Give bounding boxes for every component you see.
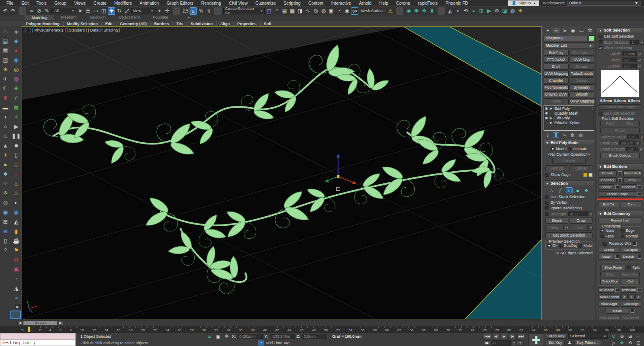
zoom-icon[interactable]: ⊙ [610, 333, 618, 340]
zebra-icon[interactable]: ◐ [12, 198, 21, 207]
help-circle-icon[interactable]: ? [1, 246, 10, 254]
sun-icon[interactable]: ☀ [1, 151, 10, 159]
planar-z-button[interactable]: Z [635, 294, 641, 300]
blur-button[interactable]: Blur [621, 121, 640, 126]
clock-wave-icon[interactable]: ◔ [12, 274, 21, 283]
slice-button[interactable]: Slice [600, 272, 619, 277]
create-shape-button[interactable]: Create Shape [599, 191, 636, 197]
extrude-settings-box[interactable] [618, 171, 622, 175]
align-icon[interactable]: ≡ [273, 7, 280, 15]
render-preview-icon[interactable]: ▤ [1, 36, 10, 45]
collapse-button[interactable]: Collapse [621, 247, 641, 253]
modifier-preset-button[interactable]: Shell [544, 64, 569, 70]
scatter-tool-icon[interactable]: ❖ [421, 7, 428, 15]
modifier-preset-button[interactable]: FFD 2x2x2 [544, 57, 569, 63]
grid-green-icon[interactable]: ▦ [12, 103, 21, 112]
modifier-preset-button[interactable]: Unwrap UVW [544, 91, 569, 97]
select-and-rotate-icon[interactable]: ↻ [116, 7, 123, 15]
menu-item[interactable]: Content [304, 1, 327, 6]
selection-value-field[interactable]: 1,0 [627, 135, 639, 139]
turn-button[interactable]: Turn [621, 202, 641, 207]
object-color-swatch[interactable] [589, 35, 594, 41]
stack-row[interactable]: ◉ ▶ Edit Poly ⟟ [544, 106, 594, 111]
pin-stack-icon[interactable]: ⟟ [544, 132, 551, 138]
pause-icon[interactable]: ❚❚ [12, 131, 21, 140]
frame-spinner[interactable]: ▲▼ [512, 340, 515, 345]
preview-multi-radio[interactable] [578, 244, 582, 248]
by-angle-checkbox[interactable] [545, 212, 549, 216]
ribbon-section[interactable]: Soft [261, 22, 276, 26]
menu-item[interactable]: Scripting [280, 1, 304, 6]
teapot-icon[interactable]: ♨ [1, 27, 10, 35]
pan-icon[interactable]: ✥ [618, 340, 626, 346]
display-tab-icon[interactable]: ▭ [578, 28, 585, 33]
fire2-icon[interactable]: ♨ [12, 170, 21, 178]
snaps-toggle-icon[interactable]: 2,5 [182, 7, 189, 15]
select-and-manipulate-icon[interactable]: ✛ [164, 7, 171, 15]
shrink-button[interactable]: Shrink [545, 218, 568, 224]
percent-snap-icon[interactable]: % [197, 7, 205, 15]
loop-button[interactable]: Loop [570, 225, 588, 231]
menu-item[interactable]: Animation [136, 1, 163, 6]
key-mode-toggle-icon[interactable]: ◀▶ [483, 340, 490, 346]
undo-icon[interactable]: ↶ [2, 7, 9, 15]
go-to-start-button[interactable]: |◀◀ [483, 334, 491, 339]
commit-button[interactable]: Commit [552, 158, 585, 164]
ribbon-tab[interactable]: Object Paint [113, 15, 146, 20]
cage-color-swatch[interactable] [583, 173, 587, 177]
insert-vertex-button[interactable]: Insert Vertex [623, 170, 641, 176]
phone-icon[interactable]: ▯ [1, 236, 10, 245]
edge-distance-spinner[interactable]: ▲▼ [640, 40, 644, 45]
ribbon-section[interactable]: Polygon Modeling [23, 22, 64, 26]
modifier-preset-button[interactable]: FloorGenerator [544, 84, 569, 90]
menu-item[interactable]: File [3, 1, 17, 6]
falloff-spinner[interactable]: ▲▼ [638, 51, 641, 56]
border-mode-icon[interactable]: ◗ [566, 187, 573, 193]
cone-icon[interactable]: ▲ [1, 141, 10, 150]
fire4-icon[interactable]: ♨ [12, 189, 21, 197]
edge-distance-checkbox[interactable] [599, 40, 602, 44]
qr-render-icon[interactable]: QR [351, 7, 358, 15]
visibility-eye-icon[interactable]: ◉ [545, 111, 549, 115]
absolute-mode-icon[interactable]: ✥ [223, 333, 230, 339]
falloff-field[interactable]: 6,5mm [622, 51, 637, 56]
sphere-icon[interactable]: ● [1, 160, 10, 169]
ribbon-section[interactable]: Align [217, 22, 234, 26]
ribbon-section[interactable]: Subdivision [187, 22, 217, 26]
repeat-last-button[interactable]: Repeat Last [599, 218, 641, 223]
edge-distance-field[interactable]: 1 [630, 40, 639, 45]
key-icon[interactable]: ✧ [517, 340, 524, 346]
sign-in-button[interactable]: 👤 Sign In ▼ [508, 0, 539, 6]
render-icon[interactable]: ◉ [343, 7, 351, 15]
add-time-tag[interactable]: ◔ Add Time Tag [258, 340, 290, 346]
edit-tri-button[interactable]: Edit Tri. [599, 202, 619, 207]
spinner-snap-icon[interactable]: ⇅ [205, 7, 213, 15]
ribbon-section[interactable]: Modify Selection [64, 22, 102, 26]
stop-icon[interactable]: ■ [12, 141, 21, 150]
sea-icon[interactable]: ≈ [12, 293, 21, 302]
dome-icon[interactable]: ◖ [1, 112, 10, 121]
viewport-label[interactable]: [ + ] [ PhysCamera001 ] [ Standard ] [ D… [25, 28, 120, 32]
rollout-header[interactable]: ▼Edit Poly Mode [544, 140, 594, 145]
brush-icon[interactable]: ✑ [1, 179, 10, 188]
active-tool-slot[interactable] [10, 311, 21, 319]
menu-item[interactable]: rapidTools [414, 1, 442, 6]
menu-item[interactable]: Interactive [327, 1, 355, 6]
measure-tool-icon[interactable]: ◭ [447, 7, 454, 15]
selection-filter-dropdown[interactable]: All▼ [51, 8, 76, 14]
modifier-preset-button[interactable]: Extrude [570, 64, 595, 70]
texture-tiles-icon[interactable]: ⊞ [1, 217, 10, 226]
cube-gray-icon[interactable]: ◈ [12, 27, 21, 35]
schematic-view-icon[interactable]: ⧉ [312, 7, 319, 15]
select-and-link-icon[interactable]: ∞ [28, 7, 35, 15]
modifier-preset-button[interactable]: UVW Mapping Clear [570, 98, 595, 104]
redo-icon[interactable]: ↷ [10, 7, 17, 15]
selection-lock-icon[interactable]: ▣ [215, 333, 222, 339]
modifier-list-dropdown[interactable]: Modifier List ▼ [544, 42, 594, 48]
ribbon-tab[interactable]: Modeling [25, 15, 54, 20]
select-and-scale-icon[interactable]: ⤢ [123, 7, 131, 15]
bubble-spinner[interactable]: ▲▼ [638, 64, 641, 68]
eye-tool-icon[interactable]: ◍ [509, 7, 516, 15]
model-radio[interactable] [551, 147, 554, 151]
large-plus-button[interactable] [528, 333, 544, 346]
